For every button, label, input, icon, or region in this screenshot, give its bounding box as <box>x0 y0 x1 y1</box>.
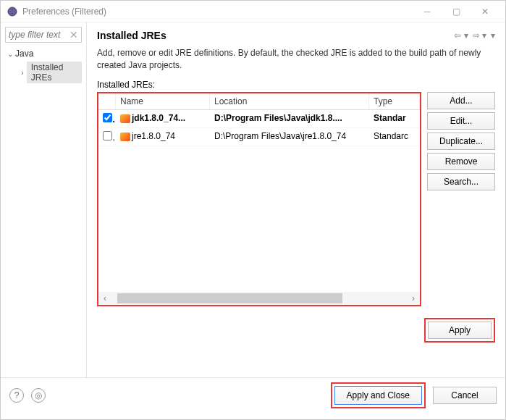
chevron-down-icon: ⌄ <box>5 50 15 58</box>
forward-icon[interactable]: ⇨ ▾ <box>473 30 486 41</box>
scroll-left-icon[interactable]: ‹ <box>98 293 111 303</box>
chevron-right-icon: › <box>18 69 27 77</box>
export-icon[interactable]: ◎ <box>31 388 46 403</box>
tree-label: Java <box>15 49 33 59</box>
search-button[interactable]: Search... <box>427 173 495 190</box>
cancel-button[interactable]: Cancel <box>433 387 497 404</box>
back-icon[interactable]: ⇦ ▾ <box>454 30 468 41</box>
add-button[interactable]: Add... <box>427 92 495 109</box>
duplicate-button[interactable]: Duplicate... <box>427 133 495 150</box>
column-header-type[interactable]: Type <box>369 93 420 109</box>
menu-icon[interactable]: ▾ <box>491 30 495 41</box>
filter-text-input-wrap[interactable]: ✕ <box>5 27 82 43</box>
horizontal-scrollbar[interactable]: ‹ › <box>98 292 420 305</box>
table-label: Installed JREs: <box>97 80 495 90</box>
tree-node-java[interactable]: ⌄ Java <box>5 47 82 60</box>
filter-text-input[interactable] <box>9 30 69 40</box>
jre-checkbox[interactable] <box>103 131 112 140</box>
jre-icon <box>120 114 130 123</box>
edit-button[interactable]: Edit... <box>427 112 495 130</box>
remove-button[interactable]: Remove <box>427 153 495 170</box>
table-row[interactable]: jdk1.8.0_74... D:\Program Files\Java\jdk… <box>98 110 420 128</box>
tree-label[interactable]: Installed JREs <box>31 62 64 83</box>
table-row[interactable]: jre1.8.0_74 D:\Program Files\Java\jre1.8… <box>98 128 420 146</box>
jre-table: Name Location Type jdk1.8.0_74... D:\Pro… <box>97 92 421 306</box>
close-button[interactable]: ✕ <box>471 1 499 22</box>
app-icon <box>7 6 18 17</box>
window-title: Preferences (Filtered) <box>22 7 413 17</box>
jre-icon <box>120 133 130 141</box>
page-title: Installed JREs <box>97 30 454 41</box>
minimize-button[interactable]: ─ <box>413 1 442 22</box>
svg-point-0 <box>8 7 17 16</box>
column-header-name[interactable]: Name <box>116 93 210 109</box>
scroll-right-icon[interactable]: › <box>407 293 420 303</box>
scrollbar-thumb[interactable] <box>117 293 342 303</box>
clear-filter-icon[interactable]: ✕ <box>69 29 78 41</box>
column-header-location[interactable]: Location <box>210 93 369 109</box>
page-description: Add, remove or edit JRE definitions. By … <box>97 47 495 72</box>
jre-checkbox[interactable] <box>103 113 112 122</box>
apply-and-close-button[interactable]: Apply and Close <box>334 386 422 405</box>
tree-node-installed-jres[interactable]: › Installed JREs <box>5 60 82 85</box>
maximize-button[interactable]: ▢ <box>442 1 471 22</box>
help-icon[interactable]: ? <box>9 388 24 403</box>
apply-button[interactable]: Apply <box>428 322 492 339</box>
